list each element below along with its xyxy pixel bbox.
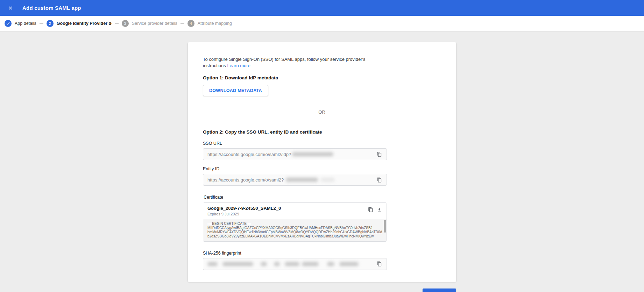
dialog-titlebar: Add custom SAML app [0, 0, 644, 16]
intro-text: To configure Single Sign-On (SSO) for SA… [203, 56, 387, 69]
step-label: App details [15, 21, 36, 26]
certificate-meta: Google_2029-7-9-24550_SAML2_0 Expires 9 … [207, 206, 281, 216]
sso-url-value: https://accounts.google.com/o/saml2/idp? [207, 152, 291, 157]
learn-more-link[interactable]: Learn more [227, 63, 250, 68]
option2-heading: Option 2: Copy the SSO URL, entity ID an… [203, 129, 387, 135]
entity-id-label: Entity ID [203, 166, 387, 171]
step-connector [181, 23, 184, 24]
sso-url-label: SSO URL [203, 141, 387, 146]
redacted-entity-id-suffix [286, 178, 318, 182]
certificate-line: ----BEGIN CERTIFICATE---- [207, 222, 382, 226]
certificate-expiry: Expires 9 Jul 2029 [207, 212, 281, 216]
copy-entity-id-icon[interactable] [375, 176, 383, 184]
sha256-field [203, 258, 387, 270]
step-google-idp-details[interactable]: 2 Google Identity Provider details [47, 20, 112, 27]
step-connector [115, 23, 119, 24]
wizard-footer: BACK CANCEL CONTINUE [188, 289, 456, 292]
step-app-details[interactable]: App details [5, 20, 36, 27]
certificate-scrollbar[interactable] [384, 220, 386, 233]
entity-id-field: https://accounts.google.com/o/saml2? [203, 174, 387, 186]
copy-sso-url-icon[interactable] [375, 150, 383, 158]
step-attribute-mapping[interactable]: 4 Attribute mapping [187, 20, 232, 27]
sso-url-field: https://accounts.google.com/o/saml2/idp? [203, 148, 387, 160]
certificate-line: MIIDdDCCAlygAwIBAgIGAZCcCPYXMA0GCSqGSIb3… [207, 226, 382, 230]
certificate-name: Google_2029-7-9-24550_SAML2_0 [207, 206, 281, 211]
step-number: 2 [47, 20, 54, 27]
wizard-stepper: App details 2 Google Identity Provider d… [0, 16, 644, 31]
add-custom-saml-app-dialog: Add custom SAML app App details 2 Google… [0, 0, 644, 292]
divider-line [331, 112, 441, 112]
step-service-provider-details[interactable]: 3 Service provider details [122, 20, 177, 27]
certificate-label-text: Certificate [204, 195, 223, 200]
idp-details-card: To configure Single Sign-On (SSO) for SA… [188, 42, 456, 282]
step-label: Google Identity Provider details [57, 21, 112, 26]
divider-line [203, 112, 313, 112]
redacted-entity-id-suffix [321, 178, 335, 182]
step-number: 3 [122, 20, 129, 27]
sha256-label: SHA-256 fingerprint [203, 251, 387, 256]
redacted-sso-url-suffix [292, 152, 333, 156]
certificate-body: ----BEGIN CERTIFICATE---- MIIDdDCCAlygAw… [203, 219, 387, 241]
step-completed-check-icon [5, 20, 12, 27]
entity-id-value: https://accounts.google.com/o/saml2? [207, 177, 284, 183]
or-divider: OR [203, 109, 441, 115]
or-label: OR [313, 109, 331, 115]
step-number: 4 [187, 20, 194, 27]
close-icon[interactable] [6, 3, 15, 13]
main-area: To configure Single Sign-On (SSO) for SA… [0, 31, 644, 292]
copy-sha256-icon[interactable] [375, 260, 383, 268]
text-caret [203, 195, 203, 200]
certificate-line: b2dsZSBGb3IgV29yazELMAkGA1UEBhMCVVMxEzAR… [207, 234, 382, 238]
step-label: Service provider details [132, 21, 177, 26]
certificate-label: Certificate [203, 195, 387, 200]
redacted-sha256-value [207, 262, 359, 266]
step-connector [40, 23, 43, 24]
download-metadata-button[interactable]: DOWNLOAD METADATA [203, 85, 268, 96]
download-certificate-icon[interactable] [375, 206, 383, 214]
copy-certificate-icon[interactable] [366, 206, 375, 214]
certificate-box: Google_2029-7-9-24550_SAML2_0 Expires 9 … [203, 202, 387, 242]
certificate-line: bmMuMRYwFAYDVQQHEw1Nb3VudGFpbiBWaWV3MQ8w… [207, 230, 382, 234]
dialog-title: Add custom SAML app [22, 5, 81, 11]
step-label: Attribute mapping [198, 21, 232, 26]
option1-heading: Option 1: Download IdP metadata [203, 75, 387, 80]
continue-button[interactable]: CONTINUE [423, 289, 456, 292]
certificate-header: Google_2029-7-9-24550_SAML2_0 Expires 9 … [203, 203, 387, 219]
certificate-actions [366, 206, 383, 216]
